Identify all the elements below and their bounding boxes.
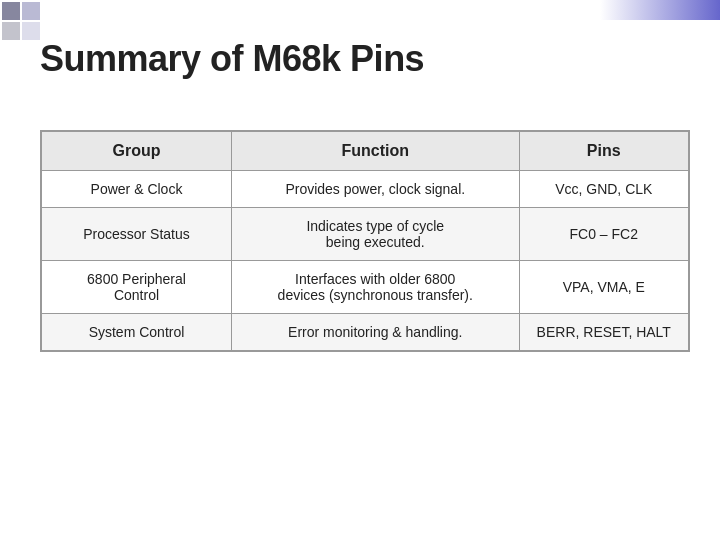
column-header-function: Function [231,132,519,171]
cell-group: Power & Clock [42,171,232,208]
cell-group: 6800 Peripheral Control [42,261,232,314]
table-header-row: Group Function Pins [42,132,689,171]
corner-decoration [0,0,60,40]
summary-table-container: Group Function Pins Power & Clock Provid… [40,130,690,352]
table-row: 6800 Peripheral Control Interfaces with … [42,261,689,314]
page-title: Summary of M68k Pins [40,38,424,80]
cell-function: Error monitoring & handling. [231,314,519,351]
table-row: System Control Error monitoring & handli… [42,314,689,351]
cell-pins: VPA, VMA, E [519,261,688,314]
cell-group: Processor Status [42,208,232,261]
top-right-decoration [600,0,720,20]
column-header-pins: Pins [519,132,688,171]
cell-pins: BERR, RESET, HALT [519,314,688,351]
table-row: Power & Clock Provides power, clock sign… [42,171,689,208]
table-row: Processor Status Indicates type of cycle… [42,208,689,261]
column-header-group: Group [42,132,232,171]
cell-group: System Control [42,314,232,351]
cell-function: Interfaces with older 6800 devices (sync… [231,261,519,314]
cell-pins: Vcc, GND, CLK [519,171,688,208]
summary-table: Group Function Pins Power & Clock Provid… [41,131,689,351]
cell-function: Provides power, clock signal. [231,171,519,208]
cell-function: Indicates type of cycle being executed. [231,208,519,261]
cell-pins: FC0 – FC2 [519,208,688,261]
